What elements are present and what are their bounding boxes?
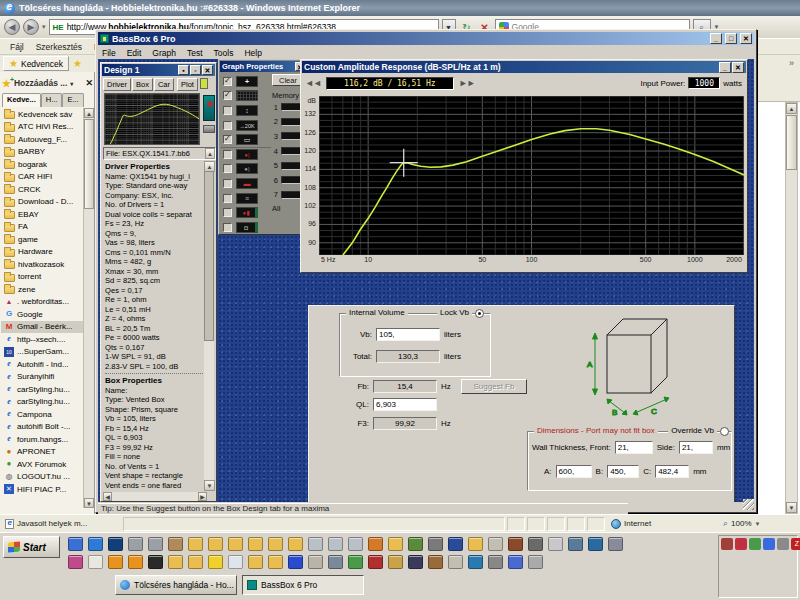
favorite-item[interactable]: Surányihifi xyxy=(1,371,84,384)
favorite-item[interactable]: autóhifi Bolt -... xyxy=(1,421,84,434)
tab-favorites[interactable]: Kedve... xyxy=(2,93,41,107)
quick-launch-icon[interactable] xyxy=(228,537,243,551)
quick-launch-icon[interactable] xyxy=(468,555,483,569)
quick-launch-icon[interactable] xyxy=(328,555,343,569)
option-checkbox[interactable] xyxy=(223,77,232,86)
quick-launch-icon[interactable] xyxy=(308,555,323,569)
favorite-item[interactable]: AVX Fórumok xyxy=(1,458,84,471)
bassbox-titlebar[interactable]: BassBox 6 Pro _ □ ✕ xyxy=(98,32,754,45)
override-vb-radio[interactable] xyxy=(720,427,729,436)
design-close-icon[interactable]: ✕ xyxy=(202,65,213,75)
quick-launch-icon[interactable] xyxy=(508,537,523,551)
close-panel-icon[interactable]: ✕ xyxy=(85,78,93,88)
minimize-icon[interactable]: _ xyxy=(710,33,722,44)
scroll-down-icon[interactable]: ▼ xyxy=(204,480,215,491)
quick-launch-icon[interactable] xyxy=(508,555,523,569)
vb-field[interactable]: 105, xyxy=(376,328,440,341)
favorite-item[interactable]: Google xyxy=(1,308,84,321)
quick-launch-icon[interactable] xyxy=(308,537,323,551)
task-button[interactable]: Tölcséres hangláda - Ho... xyxy=(115,575,237,595)
favorite-item[interactable]: FA xyxy=(1,221,84,234)
quick-launch-icon[interactable] xyxy=(408,555,423,569)
favorite-item[interactable]: carStyling.hu... xyxy=(1,396,84,409)
bassbox-menu-item[interactable]: File xyxy=(102,48,116,58)
tray-icon[interactable] xyxy=(763,538,775,550)
favorite-item[interactable]: APRONET xyxy=(1,446,84,459)
favorite-item[interactable]: zene xyxy=(1,283,84,296)
forward-icon[interactable]: ▶ xyxy=(23,19,39,35)
favorite-item[interactable]: Campona xyxy=(1,408,84,421)
scroll-down-icon[interactable]: ▼ xyxy=(84,498,94,508)
quick-launch-icon[interactable] xyxy=(248,537,263,551)
file-scroll-up-icon[interactable]: ▲ xyxy=(205,148,215,159)
quick-launch-icon[interactable] xyxy=(488,555,503,569)
quick-launch-icon[interactable] xyxy=(68,555,83,569)
quick-launch-icon[interactable] xyxy=(428,555,443,569)
quick-launch-icon[interactable] xyxy=(168,555,183,569)
memory-slot-button[interactable] xyxy=(281,162,301,170)
option-checkbox[interactable] xyxy=(223,106,232,115)
quick-launch-icon[interactable] xyxy=(568,537,583,551)
quick-launch-icon[interactable] xyxy=(448,555,463,569)
b-field[interactable]: 450, xyxy=(607,465,639,478)
graph-properties-titlebar[interactable]: Graph Properties ✕ xyxy=(220,61,307,72)
wall-front-field[interactable]: 21, xyxy=(615,441,653,454)
design-horizontal-scrollbar[interactable]: ◀ ▶ xyxy=(103,492,207,501)
suggest-fb-button[interactable]: Suggest Fb xyxy=(461,379,527,394)
memory-slot-button[interactable] xyxy=(281,176,301,184)
zoom-caret-icon[interactable]: ▼ xyxy=(755,521,761,527)
favorites-button[interactable]: ★ Kedvencek xyxy=(3,56,69,71)
memory-slot-button[interactable] xyxy=(281,191,301,199)
quick-launch-icon[interactable] xyxy=(268,537,283,551)
scrollbar-thumb[interactable] xyxy=(786,115,797,170)
quick-launch-icon[interactable] xyxy=(528,537,543,551)
a-field[interactable]: 600, xyxy=(556,465,592,478)
scrollbar-thumb[interactable] xyxy=(204,171,214,341)
quick-launch-icon[interactable] xyxy=(488,537,503,551)
favorite-item[interactable]: ...SuperGam... xyxy=(1,346,84,359)
option-checkbox[interactable] xyxy=(223,150,232,159)
tray-icon[interactable] xyxy=(777,538,789,550)
start-button[interactable]: Start xyxy=(3,536,60,558)
scroll-down-icon[interactable]: ▼ xyxy=(786,502,797,513)
option-checkbox[interactable] xyxy=(223,208,232,217)
favorite-item[interactable]: HIFI PIAC P... xyxy=(1,483,84,496)
tab-history[interactable]: E... xyxy=(62,93,83,107)
quick-launch-icon[interactable] xyxy=(368,555,383,569)
task-button[interactable]: BassBox 6 Pro xyxy=(242,575,364,595)
quick-launch-icon[interactable] xyxy=(148,537,163,551)
scroll-up-icon[interactable]: ▲ xyxy=(786,103,797,114)
quick-launch-icon[interactable] xyxy=(268,555,283,569)
design-copy-icon[interactable]: ▫ xyxy=(190,65,201,75)
favorite-item[interactable]: Download - D... xyxy=(1,196,84,209)
quick-launch-icon[interactable] xyxy=(388,555,403,569)
back-icon[interactable]: ◀ xyxy=(4,19,20,35)
bassbox-menu-item[interactable]: Graph xyxy=(152,48,176,58)
maximize-icon[interactable]: □ xyxy=(725,33,737,44)
toolbar-chevron-icon[interactable]: » xyxy=(789,58,794,68)
quick-launch-icon[interactable] xyxy=(588,537,603,551)
close-icon[interactable]: ✕ xyxy=(732,62,744,73)
quick-launch-icon[interactable] xyxy=(228,555,243,569)
graph-titlebar[interactable]: Custom Amplitude Response (dB-SPL/Hz at … xyxy=(302,61,746,73)
design-save-icon[interactable]: ▪ xyxy=(178,65,189,75)
quick-launch-icon[interactable] xyxy=(428,537,443,551)
favorite-item[interactable]: LOGOUT.hu ... xyxy=(1,471,84,484)
plot-color-swatch[interactable] xyxy=(200,78,208,89)
memory-slot-button[interactable] xyxy=(281,132,301,140)
scrollbar-thumb[interactable] xyxy=(84,119,94,209)
quick-launch-icon[interactable] xyxy=(528,555,543,569)
favorite-item[interactable]: hivatkozasok xyxy=(1,258,84,271)
add-favorite-bar[interactable]: ★ Hozzáadás ... ▾ ✕ xyxy=(2,75,93,91)
scroll-up-icon[interactable]: ▲ xyxy=(84,108,94,118)
resize-grip[interactable] xyxy=(743,499,754,510)
quick-launch-icon[interactable] xyxy=(88,555,103,569)
quick-launch-icon[interactable] xyxy=(128,555,143,569)
bassbox-menu-item[interactable]: Test xyxy=(187,48,203,58)
favorite-item[interactable]: EBAY xyxy=(1,208,84,221)
tray-icon[interactable] xyxy=(749,538,761,550)
quick-launch-icon[interactable] xyxy=(408,537,423,551)
input-power-field[interactable]: 1000 xyxy=(688,77,720,89)
favorite-item[interactable]: CRCK xyxy=(1,183,84,196)
quick-launch-icon[interactable] xyxy=(208,537,223,551)
